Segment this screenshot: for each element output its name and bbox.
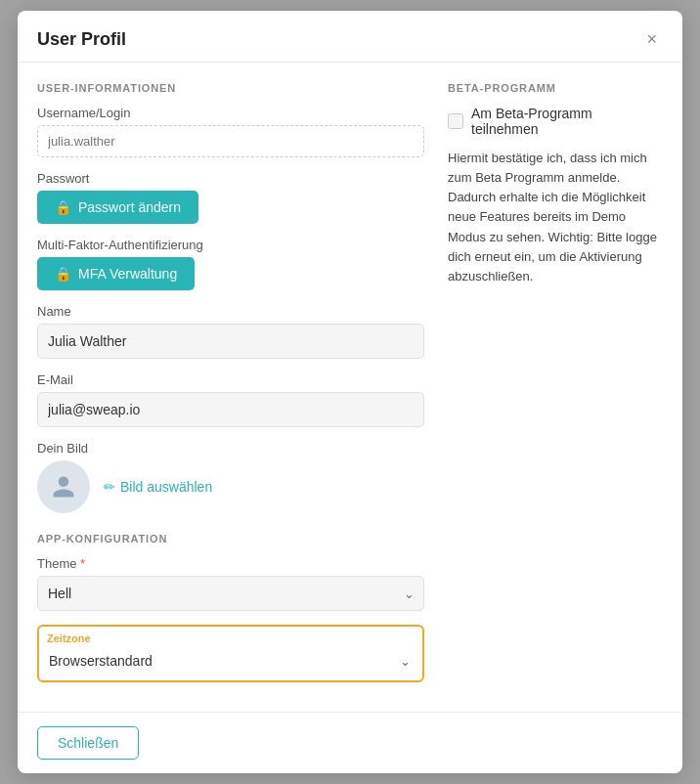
timezone-select-wrapper: Browserstandard UTC Europe/Berlin Europe… [47,647,415,675]
theme-select-wrapper: Hell Dunkel System ⌄ [37,576,424,611]
name-field-group: Name [37,304,424,359]
avatar-row: ✏ Bild auswählen [37,460,424,513]
person-icon [51,474,76,500]
beta-section: Am Beta-Programm teilnehmen Hiermit best… [448,106,663,286]
lock-icon: 🔒 [55,199,71,215]
timezone-field-group: Zeitzone Browserstandard UTC Europe/Berl… [37,625,424,682]
mfa-label: Multi-Faktor-Authentifizierung [37,238,424,252]
right-column: BETA-PROGRAMM Am Beta-Programm teilnehme… [448,82,663,692]
email-label: E-Mail [37,372,424,387]
username-label: Username/Login [37,106,424,120]
theme-label: Theme * [37,556,424,571]
beta-checkbox-row: Am Beta-Programm teilnehmen [448,106,663,137]
app-config-section-label: APP-KONFIGURATION [37,533,424,544]
email-field-group: E-Mail [37,372,424,427]
username-input[interactable] [37,125,424,157]
theme-field-group: Theme * Hell Dunkel System ⌄ [37,556,424,611]
mfa-management-button[interactable]: 🔒 MFA Verwaltung [37,257,195,290]
modal-close-button[interactable]: × [640,28,663,50]
timezone-select[interactable]: Browserstandard UTC Europe/Berlin Europe… [47,647,415,675]
select-image-button[interactable]: ✏ Bild auswählen [104,479,212,495]
timezone-label: Zeitzone [47,632,415,644]
beta-section-label: BETA-PROGRAMM [448,82,663,94]
modal-footer: Schließen [18,712,682,773]
modal-title: User Profil [37,29,126,50]
password-field-group: Passwort 🔒 Passwort ändern [37,171,424,224]
theme-required-star: * [76,556,85,571]
theme-select[interactable]: Hell Dunkel System [37,576,424,611]
pencil-icon: ✏ [104,479,115,495]
image-field-group: Dein Bild ✏ Bild auswählen [37,441,424,513]
mfa-field-group: Multi-Faktor-Authentifizierung 🔒 MFA Ver… [37,238,424,290]
left-column: USER-INFORMATIONEN Username/Login Passwo… [37,82,424,692]
image-label: Dein Bild [37,441,424,456]
user-info-section-label: USER-INFORMATIONEN [37,82,424,94]
user-profile-modal: User Profil × USER-INFORMATIONEN Usernam… [18,11,682,773]
password-label: Passwort [37,171,424,186]
modal-body: USER-INFORMATIONEN Username/Login Passwo… [18,63,682,712]
name-input[interactable] [37,324,424,359]
email-input[interactable] [37,392,424,427]
change-password-button[interactable]: 🔒 Passwort ändern [37,191,198,224]
name-label: Name [37,304,424,319]
app-config-section: APP-KONFIGURATION Theme * Hell Dunkel Sy… [37,533,424,682]
beta-description: Hiermit bestätige ich, dass ich mich zum… [448,149,663,286]
close-button[interactable]: Schließen [37,726,139,760]
avatar [37,460,90,513]
lock-icon-mfa: 🔒 [55,266,71,282]
beta-program-checkbox[interactable] [448,113,463,129]
modal-header: User Profil × [18,11,682,63]
modal-overlay: User Profil × USER-INFORMATIONEN Usernam… [0,0,700,784]
beta-checkbox-label: Am Beta-Programm teilnehmen [471,106,663,137]
username-field-group: Username/Login [37,106,424,157]
